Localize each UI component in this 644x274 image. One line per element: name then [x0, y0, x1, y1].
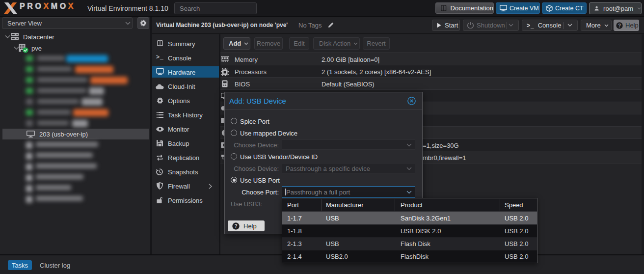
svg-text:?: ? [234, 223, 237, 229]
svg-text:?: ? [618, 23, 621, 28]
